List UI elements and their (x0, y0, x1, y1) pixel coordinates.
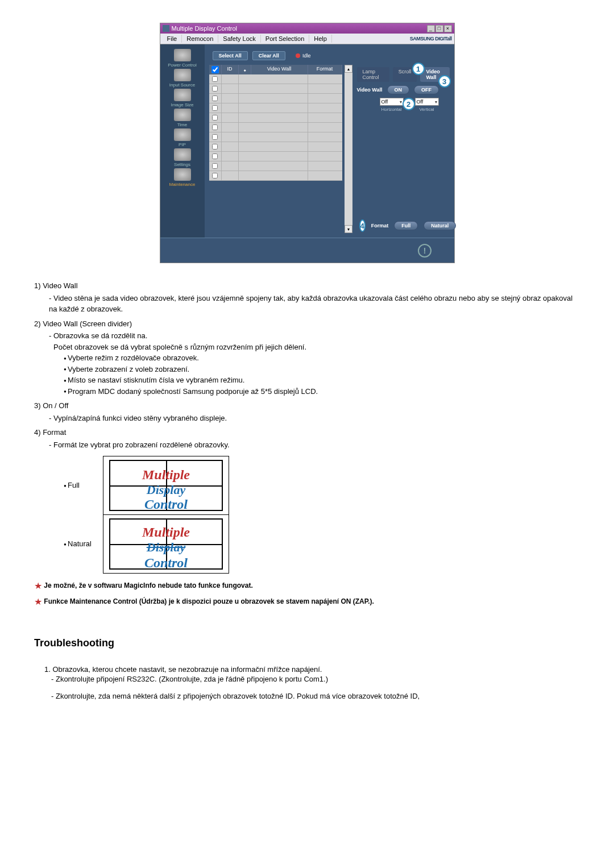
right-panel: 1 3 Lamp Control Scroll Video Wall Video… (355, 65, 450, 233)
display-grid: ID ⬥ Video Wall Format (209, 65, 342, 233)
row-checkbox[interactable] (212, 76, 218, 82)
item-2-bullets: Vyberte režim z rozdělovače obrazovek. V… (64, 352, 580, 397)
full-label: Full (68, 481, 80, 489)
item-2-text1: - Obrazovka se dá rozdělit na. (49, 330, 580, 342)
app-icon (163, 25, 169, 32)
brand-logo: SAMSUNG DIGITall (410, 36, 452, 41)
window-title: Multiple Display Control (172, 25, 238, 32)
row-checkbox[interactable] (212, 115, 218, 121)
maximize-button[interactable]: □ (435, 25, 443, 32)
callout-3: 3 (438, 75, 451, 88)
item-1-text: - Video stěna je sada video obrazovek, k… (49, 293, 580, 315)
table-row[interactable] (209, 113, 342, 123)
menu-port-selection[interactable]: Port Selection (261, 35, 309, 43)
body-text: 1) Video Wall - Video stěna je sada vide… (34, 280, 580, 609)
clear-all-button[interactable]: Clear All (252, 51, 285, 60)
sidebar-pip[interactable]: PIP (174, 128, 191, 147)
row-checkbox[interactable] (212, 95, 218, 101)
ts-sub-2: - Zkontrolujte, zda nemá některá další z… (51, 692, 580, 700)
row-checkbox[interactable] (212, 124, 218, 130)
toolbar: Select All Clear All Idle (209, 49, 450, 63)
pip-icon (174, 128, 191, 141)
item-4-title: 4) Format (34, 427, 580, 438)
table-row[interactable] (209, 132, 342, 142)
menu-remocon[interactable]: Remocon (182, 35, 218, 43)
sidebar-maintenance[interactable]: Maintenance (169, 168, 196, 187)
note-1: ★ Je možné, že v softwaru MagicInfo nebu… (34, 579, 580, 593)
table-row[interactable] (209, 171, 342, 181)
horizontal-label: Horizontal (381, 107, 401, 112)
table-row[interactable] (209, 161, 342, 171)
sidebar-image-size[interactable]: Image Size (171, 89, 193, 107)
item-2-title: 2) Video Wall (Screen divider) (34, 318, 580, 330)
time-icon (174, 109, 191, 121)
menu-help[interactable]: Help (309, 35, 332, 43)
idle-status: Idle (296, 53, 311, 59)
menu-file[interactable]: File (163, 35, 182, 43)
table-row[interactable] (209, 123, 342, 132)
format-diagram-table: ● Full Multiple Display Control ● Natura… (64, 456, 229, 574)
scroll-down-icon[interactable]: ▾ (345, 225, 352, 233)
sidebar-power-control[interactable]: Power Control (168, 49, 197, 68)
off-button[interactable]: OFF (414, 85, 439, 94)
item-3-title: 3) On / Off (34, 400, 580, 412)
row-checkbox[interactable] (212, 105, 218, 111)
grid-scrollbar[interactable]: ▴ ▾ (345, 65, 352, 233)
header-checkbox[interactable] (209, 65, 222, 74)
row-checkbox[interactable] (212, 144, 218, 149)
row-checkbox[interactable] (212, 173, 218, 178)
ts-sub-1: - Zkontrolujte připojení RS232C. (Zkontr… (51, 675, 580, 683)
sidebar-time[interactable]: Time (174, 109, 191, 127)
row-checkbox[interactable] (212, 163, 218, 169)
item-2-text2: Počet obrazovek se dá vybrat společně s … (53, 342, 580, 353)
menu-safety-lock[interactable]: Safety Lock (218, 35, 260, 43)
callout-4: 4 (359, 219, 366, 232)
table-row[interactable] (209, 74, 342, 84)
star-icon: ★ (34, 581, 42, 591)
note-2: ★ Funkce Maintenance Control (Údržba) je… (34, 595, 580, 609)
ts-item-1: 1. Obrazovka, kterou chcete nastavit, se… (44, 665, 580, 674)
table-row[interactable] (209, 142, 342, 152)
menubar: File Remocon Safety Lock Port Selection … (160, 34, 454, 44)
minimize-button[interactable]: _ (427, 25, 435, 32)
size-icon (174, 89, 191, 101)
table-row[interactable] (209, 94, 342, 103)
natural-diagram: Multiple Display Control (109, 518, 223, 570)
item-1-title: 1) Video Wall (34, 280, 580, 292)
sidebar-settings[interactable]: Settings (174, 148, 191, 167)
sidebar-input-source[interactable]: Input Source (169, 69, 195, 88)
chevron-down-icon: ▾ (435, 99, 437, 105)
callout-2: 2 (403, 98, 415, 110)
item-3-text: - Vypíná/zapíná funkci video stěny vybra… (49, 413, 580, 424)
callout-1: 1 (412, 63, 425, 75)
on-button[interactable]: ON (387, 85, 410, 94)
item-4-text: - Formát lze vybrat pro zobrazení rozděl… (49, 439, 580, 451)
scroll-up-icon[interactable]: ▴ (345, 65, 352, 73)
vertical-label: Vertical (419, 107, 434, 112)
header-status: ⬥ (239, 65, 251, 74)
table-row[interactable] (209, 103, 342, 113)
full-button[interactable]: Full (394, 221, 418, 230)
maintenance-icon (174, 168, 191, 181)
sidebar: Power Control Input Source Image Size Ti… (160, 44, 205, 238)
vertical-dropdown[interactable]: Off▾ (415, 98, 439, 106)
idle-dot-icon (296, 53, 300, 58)
format-label: Format (371, 223, 389, 229)
troubleshooting-heading: Troubleshooting (34, 637, 580, 649)
header-videowall: Video Wall (251, 65, 308, 74)
chevron-down-icon: ▾ (400, 99, 402, 105)
natural-button[interactable]: Natural (424, 221, 456, 230)
row-checkbox[interactable] (212, 153, 218, 159)
select-all-button[interactable]: Select All (213, 51, 248, 60)
row-checkbox[interactable] (212, 86, 218, 92)
table-row[interactable] (209, 84, 342, 94)
close-button[interactable]: × (444, 25, 452, 32)
video-wall-label: Video Wall (357, 87, 383, 93)
table-row[interactable] (209, 152, 342, 161)
horizontal-dropdown[interactable]: Off▾ (380, 98, 404, 106)
settings-icon (174, 148, 191, 161)
tab-lamp-control[interactable]: Lamp Control (357, 67, 389, 82)
natural-label: Natural (68, 539, 92, 548)
row-checkbox[interactable] (212, 134, 218, 140)
header-format: Format (308, 65, 342, 74)
